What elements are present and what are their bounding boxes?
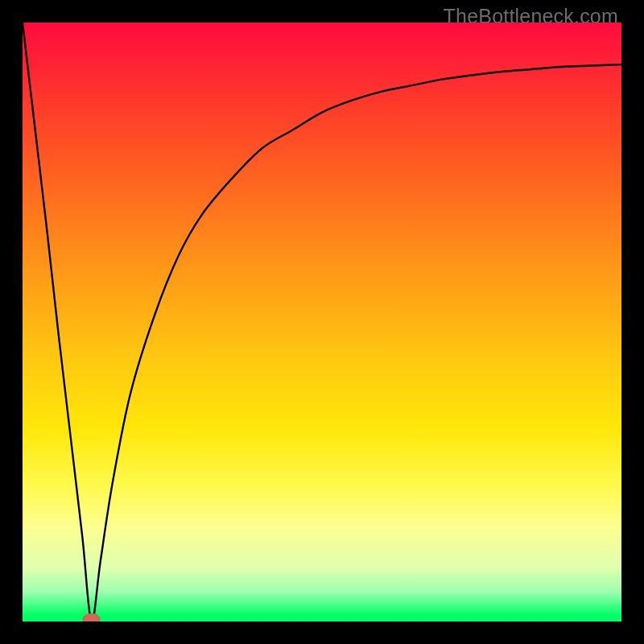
minimum-marker bbox=[83, 613, 100, 621]
chart-svg bbox=[23, 23, 621, 621]
chart-frame: TheBottleneck.com bbox=[0, 0, 644, 644]
plot-area bbox=[23, 23, 621, 621]
bottleneck-curve bbox=[23, 23, 621, 621]
